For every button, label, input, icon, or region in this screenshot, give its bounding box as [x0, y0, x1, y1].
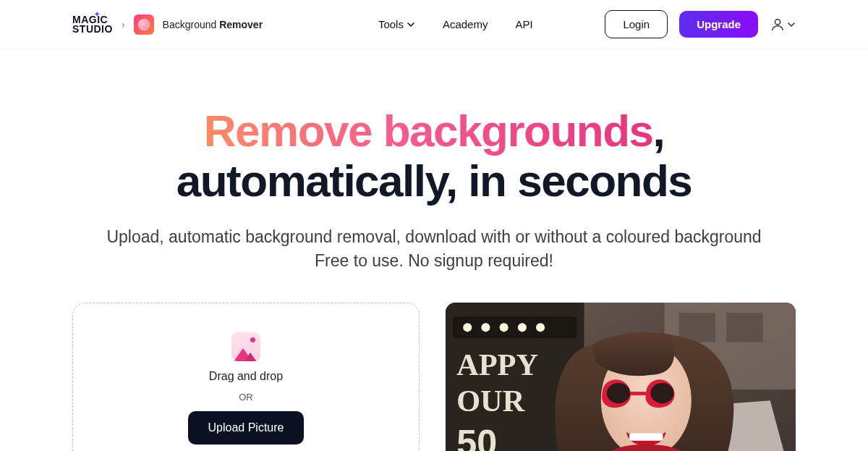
content-section: Drag and drop OR Upload Picture APPY OU: [0, 274, 868, 451]
svg-point-8: [536, 323, 545, 332]
hero-headline: Remove backgrounds, automatically, in se…: [43, 106, 825, 206]
user-menu[interactable]: [770, 17, 796, 33]
magic-studio-logo[interactable]: ✦ MAGIC STUDIO: [72, 15, 113, 33]
svg-point-5: [481, 323, 490, 332]
main-nav: Tools Academy API: [335, 18, 533, 30]
svg-point-4: [463, 323, 472, 332]
upload-dropzone[interactable]: Drag and drop OR Upload Picture: [72, 303, 420, 451]
svg-rect-18: [630, 392, 646, 395]
app-name: Background Remover: [163, 19, 263, 30]
svg-point-7: [518, 323, 527, 332]
svg-point-6: [500, 323, 509, 332]
image-icon: [231, 332, 260, 361]
svg-point-17: [650, 383, 673, 403]
chevron-down-icon: [787, 20, 796, 29]
svg-rect-13: [679, 313, 715, 342]
circle-icon: [138, 19, 150, 30]
nav-api[interactable]: API: [515, 18, 532, 30]
hero-section: Remove backgrounds, automatically, in se…: [0, 49, 868, 274]
app-icon: [134, 14, 154, 35]
drag-drop-label: Drag and drop: [209, 370, 283, 383]
header-actions: Login Upgrade: [605, 10, 796, 38]
or-label: OR: [239, 392, 253, 402]
user-icon: [770, 17, 786, 33]
svg-rect-14: [726, 313, 762, 342]
nav-academy[interactable]: Academy: [443, 18, 488, 30]
svg-text:APPY: APPY: [456, 347, 538, 381]
chevron-right-icon: ›: [122, 19, 125, 30]
site-header: ✦ MAGIC STUDIO › Background Remover Tool…: [0, 0, 868, 49]
logo-group: ✦ MAGIC STUDIO › Background Remover: [72, 14, 263, 35]
svg-rect-19: [629, 433, 663, 440]
sparkle-icon: ✦: [94, 11, 101, 17]
svg-text:OUR: OUR: [456, 384, 525, 418]
chevron-down-icon: [407, 20, 415, 29]
login-button[interactable]: Login: [605, 10, 668, 38]
upload-picture-button[interactable]: Upload Picture: [188, 411, 305, 444]
svg-point-16: [607, 383, 630, 403]
svg-text:50: 50: [456, 421, 497, 451]
hero-subhead: Upload, automatic background removal, do…: [43, 225, 825, 274]
nav-tools[interactable]: Tools: [378, 18, 415, 30]
preview-image: APPY OUR 50: [446, 303, 796, 451]
upgrade-button[interactable]: Upgrade: [679, 11, 758, 38]
sample-photo: APPY OUR 50: [446, 303, 796, 451]
svg-point-0: [775, 19, 780, 24]
